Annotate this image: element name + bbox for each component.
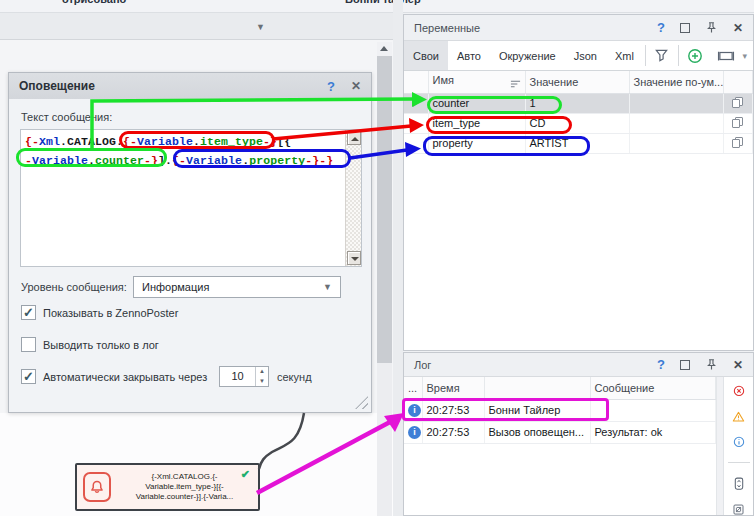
left-pane-scrollbar[interactable]	[377, 42, 392, 516]
triangle-up-icon	[380, 46, 388, 51]
info-icon: i	[408, 404, 421, 417]
close-icon[interactable]: ✕	[733, 21, 743, 35]
copy-icon[interactable]	[732, 97, 743, 109]
add-variable-icon[interactable]	[680, 41, 710, 70]
stepper-down-icon[interactable]: ▼	[256, 377, 268, 387]
level-select[interactable]: Информация ▼	[133, 276, 341, 298]
level-value: Информация	[142, 281, 209, 293]
log-message	[590, 399, 716, 421]
log-title: Лог	[414, 359, 657, 371]
column-message[interactable]: Сообщение	[590, 377, 716, 399]
variable-value[interactable]: CD	[525, 113, 629, 133]
variable-name[interactable]: item_type	[428, 113, 525, 133]
log-message: Результат: ok	[590, 421, 716, 443]
panel-splitter[interactable]	[393, 0, 403, 516]
variable-row-counter[interactable]: counter 1	[404, 93, 753, 113]
expand-icon[interactable]	[731, 504, 746, 515]
column-time[interactable]: Время	[422, 377, 484, 399]
stepper-up-icon[interactable]: ▲	[256, 367, 268, 377]
log-row[interactable]: i 20:27:53 Бонни Тайлер	[404, 399, 716, 421]
help-icon[interactable]: ?	[657, 20, 665, 35]
log-toolbar	[723, 377, 753, 515]
textarea-scrollbar[interactable]	[345, 130, 361, 266]
tab-environment[interactable]: Окружение	[490, 41, 565, 70]
message-text-label: Текст сообщения:	[21, 111, 112, 123]
variables-titlebar[interactable]: Переменные ? ✕	[404, 15, 753, 41]
help-icon[interactable]: ?	[657, 357, 665, 372]
seconds-stepper[interactable]: 10 ▲▼	[219, 366, 269, 387]
success-check-icon: ✔	[241, 468, 250, 481]
close-icon[interactable]: ✕	[351, 79, 361, 93]
variables-title: Переменные	[414, 22, 657, 34]
maximize-icon[interactable]	[680, 23, 690, 33]
chevron-down-icon[interactable]: ▾	[742, 51, 753, 61]
filter-icon[interactable]	[647, 41, 676, 70]
copy-icon[interactable]	[732, 137, 743, 149]
log-time: 20:27:53	[422, 421, 484, 443]
scrollbar-thumb[interactable]	[377, 56, 392, 363]
code-line-1: {-Xml.CATALOG.{-Variable.item_type-}[{	[25, 135, 291, 148]
log-panel: Лог ? ✕ ... Время Сообщение	[403, 352, 754, 516]
log-row[interactable]: i 20:27:53 Вызов оповещен... Результат: …	[404, 421, 716, 443]
columns-icon[interactable]	[710, 41, 742, 70]
log-action: Бонни Тайлер	[484, 399, 590, 421]
column-default[interactable]: Значение по-ум...	[629, 71, 723, 93]
copy-icon[interactable]	[732, 117, 743, 129]
clipped-label-right: Бонни тайлер	[345, 0, 421, 5]
tab-json[interactable]: Json	[565, 41, 606, 70]
show-in-zennoposter-checkbox[interactable]: ✓	[21, 305, 36, 320]
log-only-label: Выводить только в лог	[43, 339, 159, 351]
variables-panel: Переменные ? ✕ Свои Авто Окружение Json …	[403, 14, 754, 351]
info-filter-icon[interactable]	[731, 436, 747, 448]
variable-row-property[interactable]: property ARTIST	[404, 133, 753, 153]
app-window: отрисовано Бонни тайлер ▼ Оповещение ? ✕…	[0, 0, 754, 516]
code-line-2: -Variable.counter-}].{-Variable.property…	[25, 154, 333, 167]
autoclose-checkbox[interactable]: ✓	[21, 369, 36, 384]
column-icon[interactable]: ...	[404, 377, 422, 399]
tab-auto[interactable]: Авто	[448, 41, 490, 70]
properties-toolbar-strip: ▼	[0, 13, 393, 40]
help-icon[interactable]: ?	[327, 79, 335, 94]
notification-dialog: Оповещение ? ✕ Текст сообщения: {-Xml.CA…	[8, 72, 372, 413]
textarea-scroll-down-button[interactable]	[347, 251, 361, 265]
close-icon[interactable]: ✕	[733, 358, 743, 372]
log-titlebar[interactable]: Лог ? ✕	[404, 353, 753, 377]
variable-value[interactable]: ARTIST	[525, 133, 629, 153]
dialog-header[interactable]: Оповещение ? ✕	[9, 73, 371, 99]
chevron-down-icon[interactable]: ▼	[256, 22, 265, 32]
dialog-title: Оповещение	[19, 79, 327, 93]
autoscroll-icon[interactable]	[732, 477, 746, 490]
log-scrollbar[interactable]	[716, 377, 723, 515]
variable-name[interactable]: property	[428, 133, 525, 153]
variable-value[interactable]: 1	[525, 93, 629, 113]
variable-default[interactable]	[629, 113, 723, 133]
seconds-suffix-label: секунд	[277, 371, 312, 383]
warnings-filter-icon[interactable]	[730, 411, 747, 422]
notification-action-node[interactable]: {-Xml.CATALOG.{- Variable.item_type-}[{-…	[75, 463, 260, 511]
tab-xml[interactable]: Xml	[606, 41, 643, 70]
column-name[interactable]: Имя	[428, 71, 525, 93]
maximize-icon[interactable]	[680, 360, 690, 370]
log-only-checkbox[interactable]	[21, 337, 36, 352]
seconds-value: 10	[220, 367, 255, 386]
variable-row-item-type[interactable]: item_type CD	[404, 113, 753, 133]
stepper-arrows[interactable]: ▲▼	[255, 367, 268, 386]
variable-default[interactable]	[629, 93, 723, 113]
message-text-input[interactable]: {-Xml.CATALOG.{-Variable.item_type-}[{ -…	[20, 129, 362, 267]
pin-icon[interactable]	[705, 21, 718, 34]
tab-custom[interactable]: Свои	[404, 41, 448, 70]
column-action[interactable]	[484, 377, 590, 399]
pin-icon[interactable]	[705, 358, 718, 371]
dialog-resize-grip[interactable]	[355, 396, 368, 409]
variable-default[interactable]	[629, 133, 723, 153]
variables-header-row: Имя Значение Значение по-ум...	[404, 71, 753, 93]
top-edge-strip: отрисовано Бонни тайлер	[0, 0, 754, 13]
variable-name[interactable]: counter	[428, 93, 525, 113]
info-icon: i	[408, 426, 421, 439]
textarea-scroll-up-button[interactable]	[347, 131, 361, 145]
log-action: Вызов оповещен...	[484, 421, 590, 443]
errors-filter-icon[interactable]	[731, 385, 747, 397]
column-value[interactable]: Значение	[525, 71, 629, 93]
triangle-down-icon	[351, 257, 359, 261]
scroll-up-button[interactable]	[377, 42, 392, 56]
